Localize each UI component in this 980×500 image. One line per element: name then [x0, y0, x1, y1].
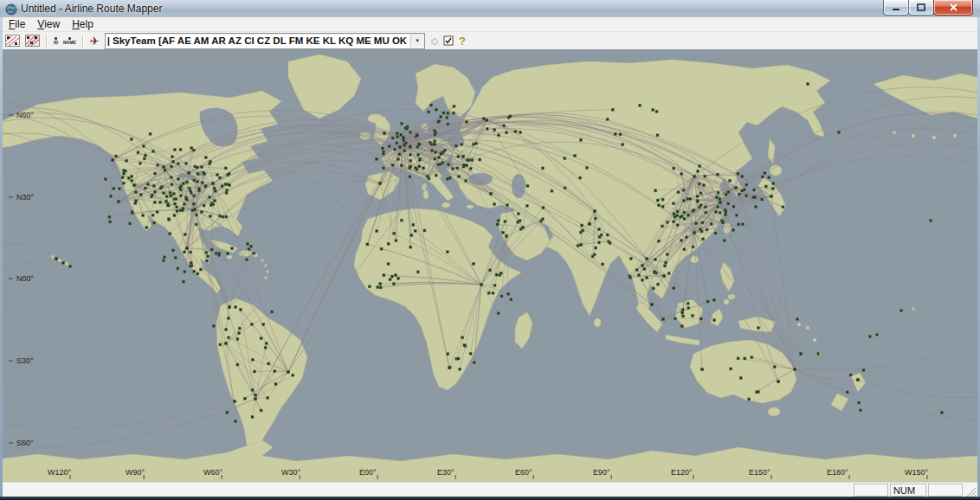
latitude-label: N60° [16, 111, 35, 119]
menu-help[interactable]: Help [66, 18, 100, 30]
airport-dot [706, 228, 708, 231]
airport-dot [525, 204, 528, 207]
airport-dot [665, 261, 667, 264]
airport-dot [462, 163, 466, 167]
airport-dot [226, 411, 229, 413]
airport-dot [433, 143, 436, 146]
airport-dot [227, 317, 229, 319]
map-display-button-2[interactable] [23, 33, 42, 48]
maximize-button[interactable] [908, 0, 934, 16]
airport-dot [754, 196, 757, 198]
airport-dot [377, 286, 379, 289]
airport-dot [238, 332, 241, 335]
airport-dot [132, 183, 136, 187]
airport-dot [193, 208, 197, 211]
airport-dot [738, 193, 740, 196]
airport-dot [152, 184, 155, 187]
airport-dot [770, 195, 773, 198]
airport-dot [642, 279, 644, 281]
airport-dot [171, 183, 173, 186]
airport-dot [204, 185, 207, 188]
longitude-label: W30° [281, 468, 301, 477]
airport-dot [144, 154, 146, 157]
filter-checkbox-button[interactable] [442, 33, 455, 48]
airport-dot [113, 188, 115, 190]
window-titlebar[interactable]: Untitled - Airline Route Mapper [0, 0, 980, 17]
airline-filter-combobox[interactable]: | SkyTeam [AF AE AM AR AZ CI CZ DL FM KE… [105, 33, 425, 49]
airport-dot [714, 232, 717, 234]
airport-dot [274, 370, 276, 373]
airport-dot [391, 137, 394, 139]
airport-dot [551, 189, 553, 192]
airport-dot [719, 198, 721, 201]
airport-dot [493, 129, 496, 131]
airport-dot [434, 157, 436, 160]
menu-view[interactable]: View [31, 18, 66, 30]
airport-dot [428, 111, 430, 113]
airport-dot [409, 176, 411, 178]
landmass [932, 136, 936, 139]
menu-file[interactable]: File [3, 18, 31, 30]
airport-dot [199, 268, 202, 271]
map-display-button-1[interactable] [3, 33, 22, 48]
airport-dot [375, 158, 377, 161]
airport-dot [676, 210, 679, 213]
help-button[interactable]: ? [457, 33, 467, 48]
airport-dot [182, 208, 184, 210]
airport-dot [579, 138, 582, 141]
airport-dot [751, 356, 753, 359]
airport-dot [465, 121, 467, 124]
airport-dot [748, 398, 751, 401]
airport-dot [226, 189, 229, 191]
airport-dot [696, 200, 699, 202]
airport-dot [251, 358, 254, 361]
landmass [261, 260, 264, 262]
minimize-button[interactable] [883, 0, 909, 16]
airport-dot [564, 157, 566, 160]
toolbar-separator [46, 35, 48, 48]
airport-dot [862, 369, 865, 371]
combobox-dropdown-arrow[interactable]: ▼ [410, 35, 424, 48]
airport-dot [761, 176, 764, 178]
airport-dot [680, 173, 683, 176]
map-canvas[interactable]: N60°N30°N00°S30°S60°W120°W90°W60°W30°E00… [3, 49, 977, 482]
airport-dot [589, 222, 591, 225]
airport-dot [268, 362, 270, 365]
airport-dot [55, 257, 58, 260]
airport-dot [206, 260, 209, 262]
globe-app-icon [5, 3, 17, 16]
airport-dot [229, 184, 231, 187]
taiwan [724, 223, 731, 234]
airport-id-icon: ID [54, 37, 58, 45]
airport-dot [437, 156, 440, 158]
airport-dot [397, 277, 400, 279]
airport-dot [435, 131, 437, 134]
show-airport-names-button[interactable]: NAME [61, 33, 78, 48]
diamond-toggle-button[interactable]: ◇ [429, 33, 440, 48]
resize-grip[interactable] [964, 485, 977, 497]
airport-dot [739, 376, 742, 379]
close-button[interactable] [933, 0, 973, 16]
airport-dot [404, 127, 407, 130]
statusbar-pane-caps [854, 484, 888, 497]
airport-dot [682, 189, 685, 191]
airport-dot [487, 292, 490, 294]
airport-dot [172, 249, 175, 252]
airport-dot [173, 149, 176, 151]
airport-dot [183, 202, 185, 205]
airport-dot [658, 204, 661, 207]
airport-dot [178, 187, 181, 189]
airport-dot [394, 148, 397, 151]
hatched-map-zoom-icon [25, 35, 40, 47]
airport-dot [593, 253, 596, 256]
airport-dot [585, 167, 588, 170]
airport-dot [188, 187, 190, 189]
airport-dot [461, 337, 464, 339]
airport-dot [683, 248, 686, 251]
airport-dot [292, 374, 294, 376]
airport-dot [224, 183, 227, 185]
show-airport-ids-button[interactable]: ID [52, 33, 60, 48]
show-routes-button[interactable]: ✈ [88, 33, 101, 48]
airport-dot [410, 234, 413, 236]
airport-dot [715, 196, 718, 199]
